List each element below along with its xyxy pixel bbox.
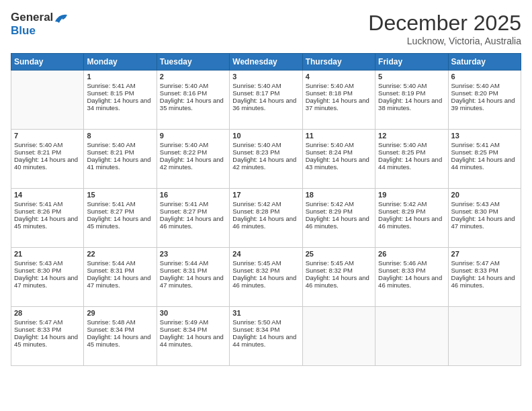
daylight-text: Daylight: 14 hours and 46 minutes. [306, 274, 369, 289]
sunrise-text: Sunrise: 5:43 AM [451, 200, 500, 208]
calendar-cell [375, 307, 448, 366]
daylight-text: Daylight: 14 hours and 39 minutes. [451, 97, 515, 111]
sunset-text: Sunset: 8:21 PM [87, 148, 134, 156]
day-number: 4 [306, 73, 372, 81]
day-number: 1 [87, 73, 153, 81]
calendar-cell: 22 Sunrise: 5:44 AM Sunset: 8:31 PM Dayl… [84, 248, 157, 307]
sunrise-text: Sunrise: 5:40 AM [232, 82, 281, 89]
sunrise-text: Sunrise: 5:40 AM [87, 141, 135, 148]
calendar-cell: 26 Sunrise: 5:46 AM Sunset: 8:33 PM Dayl… [375, 248, 448, 307]
sunrise-text: Sunrise: 5:40 AM [306, 82, 354, 89]
day-number: 24 [232, 250, 299, 258]
daylight-text: Daylight: 14 hours and 46 minutes. [378, 274, 442, 289]
header: General Blue December 2025 Lucknow, Vict… [11, 11, 521, 46]
sunset-text: Sunset: 8:34 PM [232, 326, 279, 333]
daylight-text: Daylight: 14 hours and 34 minutes. [87, 97, 150, 111]
calendar-cell: 31 Sunrise: 5:50 AM Sunset: 8:34 PM Dayl… [230, 307, 302, 366]
sunset-text: Sunset: 8:17 PM [232, 89, 279, 97]
day-number: 20 [451, 191, 518, 199]
daylight-text: Daylight: 14 hours and 38 minutes. [378, 97, 442, 111]
daylight-text: Daylight: 14 hours and 41 minutes. [87, 156, 150, 171]
calendar-cell: 25 Sunrise: 5:45 AM Sunset: 8:32 PM Dayl… [302, 248, 375, 307]
calendar-body: 1 Sunrise: 5:41 AM Sunset: 8:15 PM Dayli… [11, 71, 521, 366]
calendar-cell: 8 Sunrise: 5:40 AM Sunset: 8:21 PM Dayli… [84, 130, 157, 189]
calendar-table: SundayMondayTuesdayWednesdayThursdayFrid… [11, 53, 521, 366]
daylight-text: Daylight: 14 hours and 42 minutes. [160, 156, 224, 171]
sunset-text: Sunset: 8:29 PM [306, 208, 353, 215]
sunrise-text: Sunrise: 5:45 AM [232, 259, 281, 267]
day-number: 5 [378, 73, 445, 81]
daylight-text: Daylight: 14 hours and 46 minutes. [378, 215, 442, 230]
sunset-text: Sunset: 8:29 PM [378, 208, 425, 215]
day-number: 12 [378, 132, 445, 140]
daylight-text: Daylight: 14 hours and 45 minutes. [14, 215, 78, 230]
sunset-text: Sunset: 8:19 PM [378, 89, 425, 97]
sunset-text: Sunset: 8:28 PM [232, 208, 279, 215]
sunset-text: Sunset: 8:27 PM [160, 208, 207, 215]
sunrise-text: Sunrise: 5:41 AM [451, 141, 500, 148]
sunset-text: Sunset: 8:21 PM [14, 148, 61, 156]
calendar-cell: 30 Sunrise: 5:49 AM Sunset: 8:34 PM Dayl… [157, 307, 229, 366]
sunrise-text: Sunrise: 5:40 AM [378, 82, 427, 89]
sunset-text: Sunset: 8:25 PM [451, 148, 498, 156]
daylight-text: Daylight: 14 hours and 47 minutes. [451, 215, 515, 230]
sunset-text: Sunset: 8:16 PM [160, 89, 207, 97]
calendar-cell: 27 Sunrise: 5:47 AM Sunset: 8:33 PM Dayl… [448, 248, 521, 307]
daylight-text: Daylight: 14 hours and 45 minutes. [87, 333, 150, 348]
day-number: 28 [14, 309, 81, 317]
day-number: 6 [451, 73, 518, 81]
title-block: December 2025 Lucknow, Victoria, Austral… [368, 11, 521, 46]
daylight-text: Daylight: 14 hours and 42 minutes. [232, 156, 296, 171]
sunrise-text: Sunrise: 5:41 AM [87, 82, 135, 89]
calendar-cell: 21 Sunrise: 5:43 AM Sunset: 8:30 PM Dayl… [11, 248, 84, 307]
sunrise-text: Sunrise: 5:40 AM [378, 141, 427, 148]
sunrise-text: Sunrise: 5:41 AM [14, 200, 62, 208]
calendar-cell: 1 Sunrise: 5:41 AM Sunset: 8:15 PM Dayli… [84, 71, 157, 130]
sunrise-text: Sunrise: 5:46 AM [378, 259, 427, 267]
sunrise-text: Sunrise: 5:50 AM [232, 318, 281, 326]
daylight-text: Daylight: 14 hours and 46 minutes. [232, 215, 296, 230]
sunrise-text: Sunrise: 5:42 AM [232, 200, 281, 208]
calendar-cell: 29 Sunrise: 5:48 AM Sunset: 8:34 PM Dayl… [84, 307, 157, 366]
sunrise-text: Sunrise: 5:45 AM [306, 259, 354, 267]
sunset-text: Sunset: 8:31 PM [160, 267, 207, 274]
weekday-header: Thursday [302, 54, 375, 71]
day-number: 13 [451, 132, 518, 140]
day-number: 9 [160, 132, 226, 140]
calendar-week-row: 1 Sunrise: 5:41 AM Sunset: 8:15 PM Dayli… [11, 71, 521, 130]
daylight-text: Daylight: 14 hours and 44 minutes. [451, 156, 515, 171]
day-number: 8 [87, 132, 153, 140]
sunset-text: Sunset: 8:33 PM [451, 267, 498, 274]
sunrise-text: Sunrise: 5:40 AM [14, 141, 62, 148]
daylight-text: Daylight: 14 hours and 43 minutes. [306, 156, 369, 171]
day-number: 26 [378, 250, 445, 258]
sunset-text: Sunset: 8:23 PM [232, 148, 279, 156]
day-number: 10 [232, 132, 299, 140]
sunrise-text: Sunrise: 5:40 AM [232, 141, 281, 148]
sunrise-text: Sunrise: 5:47 AM [451, 259, 500, 267]
weekday-header: Tuesday [157, 54, 229, 71]
sunrise-text: Sunrise: 5:40 AM [451, 82, 500, 89]
daylight-text: Daylight: 14 hours and 35 minutes. [160, 97, 224, 111]
day-number: 29 [87, 309, 153, 317]
sunrise-text: Sunrise: 5:44 AM [160, 259, 208, 267]
day-number: 21 [14, 250, 81, 258]
logo: General Blue [11, 11, 69, 37]
daylight-text: Daylight: 14 hours and 45 minutes. [87, 215, 150, 230]
calendar-week-row: 7 Sunrise: 5:40 AM Sunset: 8:21 PM Dayli… [11, 130, 521, 189]
weekday-header: Wednesday [230, 54, 302, 71]
sunset-text: Sunset: 8:26 PM [14, 208, 61, 215]
daylight-text: Daylight: 14 hours and 45 minutes. [14, 333, 78, 348]
day-number: 22 [87, 250, 153, 258]
sunrise-text: Sunrise: 5:40 AM [306, 141, 354, 148]
calendar-cell: 12 Sunrise: 5:40 AM Sunset: 8:25 PM Dayl… [375, 130, 448, 189]
calendar-cell: 3 Sunrise: 5:40 AM Sunset: 8:17 PM Dayli… [230, 71, 302, 130]
calendar-cell: 19 Sunrise: 5:42 AM Sunset: 8:29 PM Dayl… [375, 189, 448, 248]
calendar-cell: 14 Sunrise: 5:41 AM Sunset: 8:26 PM Dayl… [11, 189, 84, 248]
calendar-cell: 20 Sunrise: 5:43 AM Sunset: 8:30 PM Dayl… [448, 189, 521, 248]
sunset-text: Sunset: 8:34 PM [160, 326, 207, 333]
sunset-text: Sunset: 8:27 PM [87, 208, 134, 215]
calendar-cell [302, 307, 375, 366]
calendar-cell: 4 Sunrise: 5:40 AM Sunset: 8:18 PM Dayli… [302, 71, 375, 130]
day-number: 31 [232, 309, 299, 317]
